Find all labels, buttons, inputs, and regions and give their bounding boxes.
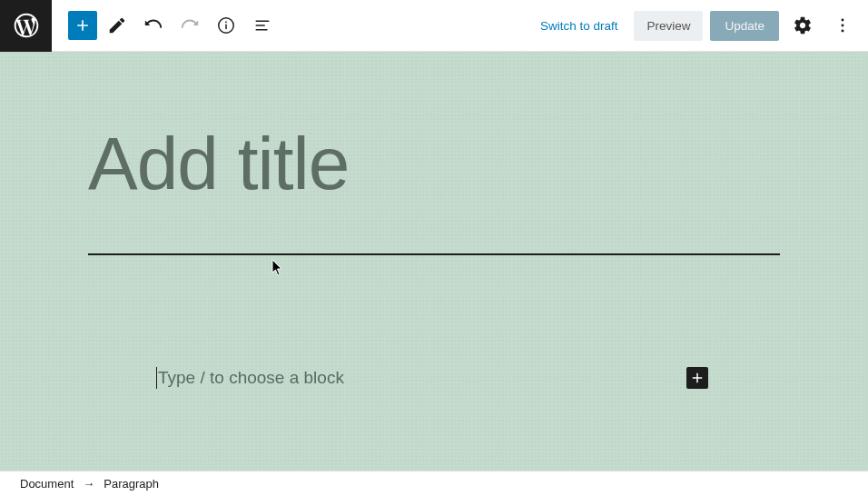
- more-vertical-icon: [833, 15, 853, 35]
- breadcrumb-separator: →: [83, 477, 94, 491]
- plus-icon: [74, 16, 92, 35]
- redo-button[interactable]: [173, 9, 206, 42]
- wordpress-icon: [12, 11, 41, 40]
- editor-toolbar: Switch to draft Preview Update: [0, 0, 868, 52]
- list-outline-icon: [252, 15, 272, 35]
- svg-point-3: [842, 19, 844, 22]
- mouse-cursor-icon: [271, 259, 284, 277]
- editor-canvas[interactable]: Add title Type / to choose a block: [0, 52, 868, 471]
- gear-icon: [793, 15, 813, 35]
- pencil-icon: [107, 15, 127, 35]
- title-underline: [88, 253, 780, 255]
- svg-rect-1: [225, 25, 226, 30]
- info-button[interactable]: [210, 9, 242, 42]
- outline-button[interactable]: [246, 9, 279, 42]
- toolbar-right-group: Switch to draft Preview Update: [531, 9, 868, 42]
- info-icon: [216, 15, 236, 35]
- wordpress-logo[interactable]: [0, 0, 52, 52]
- paragraph-block[interactable]: Type / to choose a block: [156, 367, 712, 389]
- toolbar-left-group: [52, 9, 279, 42]
- edit-mode-button[interactable]: [101, 9, 133, 42]
- post-title-input[interactable]: Add title: [88, 126, 780, 201]
- breadcrumb-bar: Document → Paragraph: [0, 471, 868, 496]
- breadcrumb-current[interactable]: Paragraph: [104, 477, 159, 491]
- svg-point-4: [842, 25, 844, 27]
- undo-button[interactable]: [137, 9, 170, 42]
- post-editor: Add title: [88, 126, 780, 255]
- plus-icon: [689, 370, 705, 386]
- switch-to-draft-link[interactable]: Switch to draft: [531, 12, 627, 40]
- inline-add-block-button[interactable]: [686, 367, 708, 389]
- svg-point-5: [842, 29, 844, 32]
- add-block-button[interactable]: [68, 11, 97, 40]
- svg-rect-2: [225, 21, 226, 23]
- breadcrumb-root[interactable]: Document: [20, 477, 74, 491]
- undo-icon: [143, 15, 163, 35]
- text-caret: [156, 367, 157, 389]
- block-placeholder: Type / to choose a block: [158, 368, 712, 388]
- preview-button[interactable]: Preview: [634, 11, 703, 41]
- more-menu-button[interactable]: [826, 9, 859, 42]
- redo-icon: [180, 15, 200, 35]
- settings-button[interactable]: [786, 9, 819, 42]
- update-button[interactable]: Update: [710, 11, 779, 41]
